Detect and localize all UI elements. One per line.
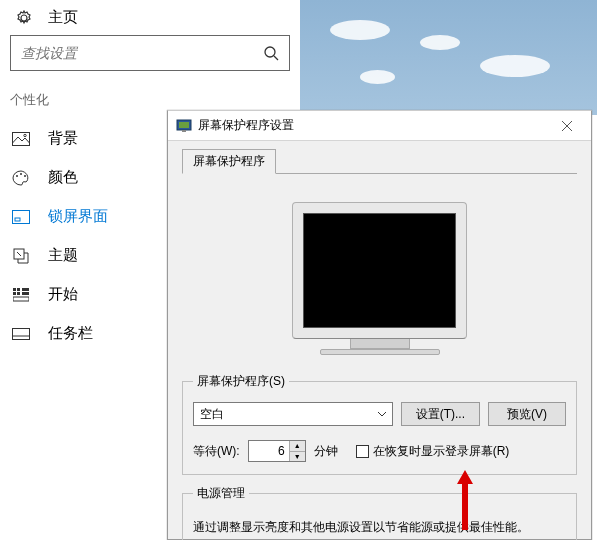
gear-icon bbox=[16, 10, 36, 26]
settings-button[interactable]: 设置(T)... bbox=[401, 402, 480, 426]
resume-checkbox-label: 在恢复时显示登录屏幕(R) bbox=[373, 443, 510, 460]
close-button[interactable] bbox=[545, 111, 589, 140]
svg-rect-12 bbox=[17, 288, 20, 291]
resume-checkbox-wrap[interactable]: 在恢复时显示登录屏幕(R) bbox=[356, 443, 510, 460]
monitor-preview bbox=[182, 174, 577, 365]
start-icon bbox=[10, 288, 32, 302]
palette-icon bbox=[10, 170, 32, 186]
search-icon bbox=[253, 45, 289, 61]
search-input[interactable] bbox=[11, 45, 253, 61]
svg-rect-14 bbox=[17, 292, 20, 295]
svg-point-5 bbox=[20, 173, 22, 175]
settings-header: 主页 bbox=[0, 0, 300, 35]
dropdown-value: 空白 bbox=[200, 406, 224, 423]
nav-label: 锁屏界面 bbox=[48, 207, 108, 226]
svg-rect-18 bbox=[13, 328, 30, 339]
taskbar-icon bbox=[10, 328, 32, 340]
svg-line-10 bbox=[17, 252, 21, 256]
svg-point-0 bbox=[265, 47, 275, 57]
spinner-down[interactable]: ▼ bbox=[290, 452, 305, 462]
power-group-title: 电源管理 bbox=[193, 485, 249, 502]
svg-rect-8 bbox=[15, 218, 20, 221]
svg-point-4 bbox=[16, 175, 18, 177]
dialog-app-icon bbox=[176, 118, 192, 134]
svg-rect-7 bbox=[13, 210, 30, 223]
svg-rect-2 bbox=[13, 132, 30, 145]
svg-rect-15 bbox=[22, 288, 29, 291]
resume-checkbox[interactable] bbox=[356, 445, 369, 458]
chevron-down-icon bbox=[378, 412, 386, 417]
search-input-wrap[interactable] bbox=[10, 35, 290, 71]
svg-rect-21 bbox=[179, 122, 189, 128]
desktop-wallpaper-preview bbox=[300, 0, 597, 115]
wait-label: 等待(W): bbox=[193, 443, 240, 460]
nav-label: 主题 bbox=[48, 246, 78, 265]
spinner-up[interactable]: ▲ bbox=[290, 441, 305, 452]
svg-rect-13 bbox=[13, 292, 16, 295]
svg-rect-11 bbox=[13, 288, 16, 291]
screensaver-dialog: 屏幕保护程序设置 屏幕保护程序 屏幕保护程序(S) 空白 bbox=[167, 110, 592, 540]
svg-line-1 bbox=[274, 56, 278, 60]
wait-input[interactable] bbox=[249, 441, 289, 461]
close-icon bbox=[562, 121, 572, 131]
nav-label: 背景 bbox=[48, 129, 78, 148]
picture-icon bbox=[10, 132, 32, 146]
power-description: 通过调整显示亮度和其他电源设置以节省能源或提供最佳性能。 bbox=[193, 510, 566, 536]
nav-label: 颜色 bbox=[48, 168, 78, 187]
svg-rect-16 bbox=[22, 292, 29, 295]
nav-label: 开始 bbox=[48, 285, 78, 304]
header-title: 主页 bbox=[48, 8, 78, 27]
tab-screensaver[interactable]: 屏幕保护程序 bbox=[182, 149, 276, 174]
svg-point-6 bbox=[24, 175, 26, 177]
svg-rect-22 bbox=[182, 130, 186, 132]
wait-unit: 分钟 bbox=[314, 443, 338, 460]
dialog-title: 屏幕保护程序设置 bbox=[198, 117, 545, 134]
themes-icon bbox=[10, 248, 32, 264]
svg-point-3 bbox=[24, 134, 26, 136]
nav-label: 任务栏 bbox=[48, 324, 93, 343]
preview-button[interactable]: 预览(V) bbox=[488, 402, 566, 426]
lockscreen-icon bbox=[10, 210, 32, 224]
svg-rect-17 bbox=[13, 297, 29, 301]
screensaver-group-title: 屏幕保护程序(S) bbox=[193, 373, 289, 390]
wait-spinner[interactable]: ▲ ▼ bbox=[248, 440, 306, 462]
screensaver-dropdown[interactable]: 空白 bbox=[193, 402, 393, 426]
